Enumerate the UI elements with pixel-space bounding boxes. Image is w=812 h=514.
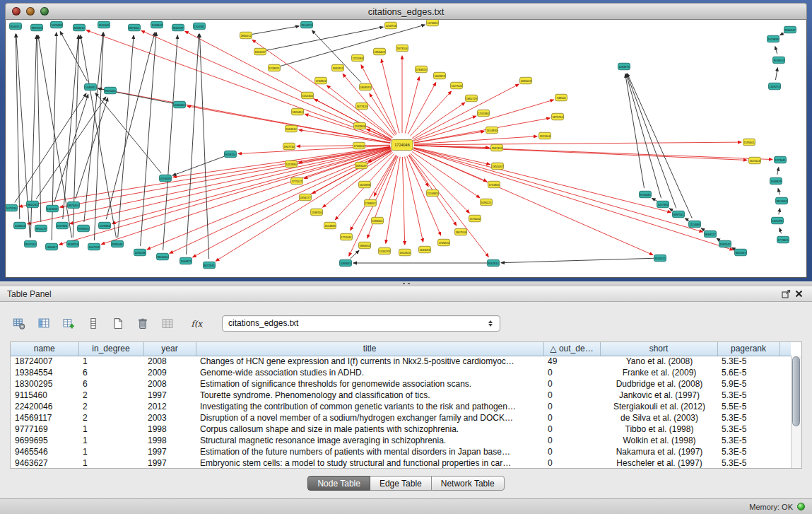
- delete-column-icon[interactable]: [84, 315, 102, 332]
- vertical-scrollbar[interactable]: [791, 356, 801, 468]
- graph-node[interactable]: 1956403: [374, 48, 386, 55]
- graph-node[interactable]: 1023658: [767, 35, 779, 42]
- graph-node[interactable]: 9514270: [301, 21, 313, 28]
- table-row[interactable]: 977716911998Corpus callosum shape and si…: [11, 424, 791, 435]
- graph-node[interactable]: 9046312: [10, 23, 22, 30]
- table-row[interactable]: 946362711997Embryonic stem cells: a mode…: [11, 457, 791, 469]
- new-column-icon[interactable]: [59, 315, 78, 332]
- graph-node[interactable]: 1775521: [291, 177, 303, 185]
- graph-node[interactable]: 1834177: [300, 194, 312, 201]
- graph-node[interactable]: 9662187: [172, 24, 184, 31]
- graph-node[interactable]: 9814560: [157, 253, 169, 260]
- tab-node-table[interactable]: Node Table: [307, 476, 370, 491]
- graph-node[interactable]: 1598740: [311, 209, 323, 216]
- graph-node[interactable]: 1784923: [416, 66, 428, 73]
- graph-node[interactable]: 1620938: [359, 181, 371, 188]
- graph-node[interactable]: 9950137: [35, 225, 47, 232]
- graph-node[interactable]: 1873104: [396, 45, 408, 52]
- graph-node[interactable]: 1532846: [354, 122, 366, 129]
- graph-node[interactable]: 1677420: [356, 103, 368, 110]
- graph-node[interactable]: 1614930: [486, 127, 498, 134]
- graph-node[interactable]: 1228451: [269, 64, 281, 71]
- graph-node[interactable]: 1595801: [743, 139, 755, 146]
- graph-node[interactable]: 1534278: [379, 247, 391, 255]
- graph-node[interactable]: 1583401: [372, 217, 384, 224]
- graph-node[interactable]: 9674403: [68, 201, 80, 209]
- graph-node[interactable]: 1855037: [492, 163, 504, 170]
- graph-node[interactable]: 9726483: [640, 191, 652, 198]
- graph-node[interactable]: 1105378: [772, 217, 784, 224]
- graph-node[interactable]: 1452890: [286, 160, 298, 168]
- table-row[interactable]: 1830029562008Estimation of significance …: [11, 378, 791, 390]
- graph-node[interactable]: 1663312: [286, 125, 298, 132]
- graph-node[interactable]: 1901267: [254, 48, 266, 55]
- table-row[interactable]: 1872400712008Changes of HCN gene express…: [11, 356, 791, 367]
- table-row[interactable]: 1456911722003Disruption of a novel membe…: [11, 412, 791, 424]
- column-header-pagerank[interactable]: pagerank: [717, 342, 779, 356]
- graph-node[interactable]: 1624883: [324, 222, 336, 229]
- graph-node[interactable]: 1123058: [47, 205, 59, 212]
- close-panel-icon[interactable]: [792, 288, 805, 300]
- graph-node[interactable]: 1514845: [427, 189, 439, 197]
- graph-node[interactable]: 1820451: [292, 108, 304, 115]
- graph-node[interactable]: 1701384: [478, 110, 490, 117]
- table-selector[interactable]: citations_edges.txt: [222, 315, 500, 332]
- scrollbar-thumb[interactable]: [792, 356, 800, 426]
- graph-node[interactable]: 1047163: [88, 243, 100, 250]
- graph-node[interactable]: 9507163: [25, 240, 37, 247]
- column-header-out_de[interactable]: △ out_de…: [543, 342, 600, 356]
- graph-node[interactable]: 9684127: [705, 230, 717, 238]
- graph-node[interactable]: 1551304: [302, 92, 314, 99]
- graph-node[interactable]: 1064921: [180, 257, 192, 264]
- graph-node[interactable]: 1083645: [340, 259, 352, 267]
- graph-node[interactable]: 1124086: [689, 221, 701, 228]
- graph-node[interactable]: 1875710: [552, 113, 564, 120]
- graph-node[interactable]: 1880634: [359, 242, 371, 249]
- graph-node[interactable]: 1731865: [488, 181, 500, 188]
- graph-node[interactable]: 9360247: [784, 26, 796, 33]
- graph-node[interactable]: 1104582: [194, 23, 206, 30]
- zoom-button[interactable]: [40, 7, 49, 16]
- graph-node[interactable]: 9638254: [67, 240, 79, 247]
- graph-node[interactable]: 1809374: [360, 83, 372, 90]
- graph-node[interactable]: 1023498: [51, 21, 63, 28]
- graph-node[interactable]: 1075234: [6, 204, 18, 211]
- graph-node[interactable]: 1861729: [466, 95, 478, 102]
- graph-node[interactable]: 1321604: [539, 132, 551, 139]
- new-table-icon[interactable]: [109, 315, 127, 332]
- graph-node[interactable]: 9325064: [105, 87, 117, 94]
- graph-node[interactable]: 9453187: [735, 249, 747, 256]
- graph-node[interactable]: 1169274: [769, 83, 781, 90]
- graph-node[interactable]: 1740822: [315, 77, 327, 84]
- graph-node[interactable]: 1196238: [134, 249, 146, 256]
- graph-node[interactable]: 1132045: [98, 21, 110, 28]
- graph-node[interactable]: 1724046: [392, 140, 413, 151]
- graph-node[interactable]: 1485023: [520, 77, 532, 84]
- column-header-name[interactable]: name: [11, 342, 78, 356]
- graph-node[interactable]: 1180457: [46, 243, 58, 250]
- memory-ok-indicator-icon[interactable]: [797, 503, 805, 510]
- graph-node[interactable]: 1208734: [385, 22, 397, 29]
- import-table-icon[interactable]: [158, 315, 177, 332]
- graph-node[interactable]: 1221084: [352, 54, 364, 62]
- column-header-in_degree[interactable]: in_degree: [78, 342, 143, 356]
- graph-node[interactable]: 9245012: [654, 255, 666, 262]
- graph-node[interactable]: 9841265: [27, 201, 39, 208]
- graph-node[interactable]: 9987045: [31, 24, 43, 31]
- graph-node[interactable]: 1058442: [151, 21, 163, 28]
- function-builder-icon[interactable]: f(x): [187, 315, 206, 332]
- graph-node[interactable]: 9397541: [673, 211, 685, 218]
- graph-node[interactable]: 2066340: [174, 101, 186, 108]
- graph-node[interactable]: 9558102: [773, 57, 785, 64]
- float-panel-icon[interactable]: [779, 288, 792, 300]
- graph-node[interactable]: 1682451: [332, 64, 344, 71]
- graph-node[interactable]: 2016058: [160, 175, 172, 182]
- graph-node[interactable]: 1769220: [438, 239, 450, 246]
- graph-node[interactable]: 9285046: [112, 240, 124, 247]
- table-row[interactable]: 969969511998Structural magnetic resonanc…: [11, 435, 791, 446]
- graph-node[interactable]: 1157826: [57, 222, 69, 229]
- graph-node[interactable]: 1690221: [481, 199, 493, 206]
- network-canvas[interactable]: 1724046187310419564031221084168245117408…: [6, 20, 808, 278]
- column-header-title[interactable]: title: [196, 342, 543, 356]
- graph-node[interactable]: 1038642: [14, 222, 26, 229]
